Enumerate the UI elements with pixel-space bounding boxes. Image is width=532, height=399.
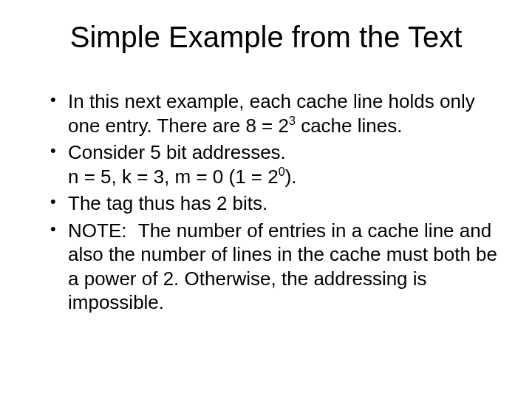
bullet-text: ).	[285, 166, 297, 188]
superscript: 3	[289, 114, 296, 127]
bullet-text: The tag thus has 2 bits.	[68, 192, 267, 214]
bullet-item: Consider 5 bit addresses. n = 5, k = 3, …	[50, 140, 502, 188]
bullet-text: The number of entries in a cache line an…	[68, 219, 497, 314]
bullet-text: n = 5, k = 3, m = 0 (1 = 2	[68, 166, 279, 188]
bullet-list: In this next example, each cache line ho…	[30, 89, 502, 315]
bullet-item: NOTE: The number of entries in a cache l…	[50, 219, 502, 315]
bullet-text: Consider 5 bit addresses.	[68, 141, 286, 163]
bullet-item: The tag thus has 2 bits.	[50, 191, 502, 216]
superscript: 0	[279, 165, 285, 178]
note-label: NOTE:	[68, 219, 133, 243]
bullet-item: In this next example, each cache line ho…	[50, 89, 502, 137]
slide-title: Simple Example from the Text	[30, 21, 502, 54]
bullet-text: In this next example, each cache line ho…	[68, 90, 475, 137]
bullet-text: cache lines.	[296, 115, 403, 137]
